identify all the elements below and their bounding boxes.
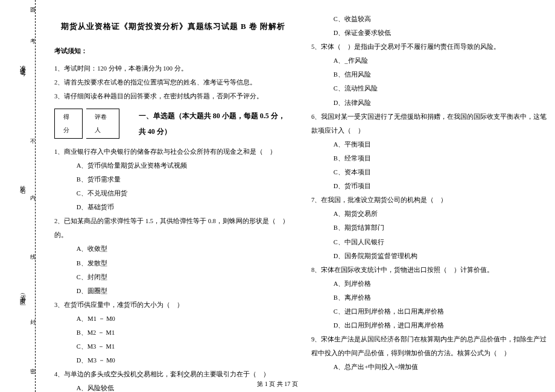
score-label-1: 得分 (54, 109, 83, 139)
seal-1: 不 (30, 138, 36, 145)
exam-no-label: 准考证号 (18, 60, 27, 68)
q6-stem: 6、我国对某一受灾国进行了无偿援助和捐赠，在我国的国际收支平衡表中，这笔款项应计… (311, 110, 549, 138)
q4-stem: 4、与单边的多头或空头投机交易相比，套利交易的主要吸引力在于（ ） (54, 367, 292, 381)
q2-c: C、封闭型 (77, 270, 292, 284)
q5-a: A、_作风险 (334, 54, 549, 68)
q2-stem: 2、已知某商品的需求弹性等于 1.5，其供给弹性等于 0.8，则蛛网的形状是（ … (54, 214, 292, 242)
column-left: 期货从业资格证《期货投资分析》真题练习试题 B 卷 附解析 考试须知： 1、考试… (54, 12, 292, 380)
q1-d: D、基础货币 (77, 200, 292, 214)
q1-c: C、不兑现信用货 (77, 186, 292, 200)
column-right: C、收益较高 D、保证金要求较低 5、宋体（ ）是指由于交易对手不履行履约责任而… (311, 12, 549, 380)
q8-b: B、离岸价格 (334, 291, 549, 305)
q1-a: A、货币供给量期货从业资格考试视频 (77, 159, 292, 172)
q6-d: D、货币项目 (334, 179, 549, 193)
q1-b: B、货币需求量 (77, 172, 292, 186)
q3-d: D、M3 － M0 (77, 353, 292, 367)
q5-d: D、法律风险 (334, 96, 549, 110)
q8-stem: 8、宋体在国际收支统计中，货物进出口按照（ ）计算价值。 (311, 263, 549, 277)
q6-b: B、经常项目 (334, 151, 549, 165)
q7-b: B、期货结算部门 (334, 221, 549, 235)
q4-c: C、收益较高 (334, 12, 549, 26)
q8-a: A、到岸价格 (334, 277, 549, 291)
q3-stem: 3、在货币供应量中，准货币的大小为（ ） (54, 298, 292, 312)
q2-b: B、发散型 (77, 256, 292, 270)
seal-3: 线 (30, 253, 36, 261)
margin-round: 圆 (30, 6, 36, 14)
q3-a: A、M1 － M0 (77, 312, 292, 326)
q8-c: C、进口用到岸价格，出口用离岸价格 (334, 305, 549, 318)
q3-b: B、M2 － M1 (77, 326, 292, 340)
q2-d: D、圆圈型 (77, 284, 292, 298)
notice-2: 2、请首先按要求在试卷的指定位置填写您的姓名、准考证号等信息。 (54, 75, 292, 89)
q1-stem: 1、商业银行存入中央银行的储备存款与社会公众所持有的现金之和是（ ） (54, 145, 292, 159)
notice-3: 3、请仔细阅读各种题目的回答要求，在密封线内答题，否则不予评分。 (54, 89, 292, 103)
q5-stem: 5、宋体（ ）是指由于交易对手不履行履约责任而导致的风险。 (311, 40, 549, 54)
q8-d: D、出口用到岸价格，进口用离岸价格 (334, 318, 549, 332)
seal-0: 考 (30, 37, 36, 45)
name-label: 姓名 (18, 181, 27, 185)
notice-header: 考试须知： (54, 44, 292, 58)
seal-2: 内 (30, 194, 36, 202)
q2-a: A、收敛型 (77, 242, 292, 256)
score-label-2: 评卷人 (86, 109, 119, 139)
seal-5: 密 (30, 368, 36, 376)
q3-c: C、M3 － M1 (77, 340, 292, 353)
notice-1: 1、考试时间：120 分钟，本卷满分为 100 分。 (54, 62, 292, 75)
q7-a: A、期货交易所 (334, 207, 549, 221)
q7-c: C、中国人民银行 (334, 235, 549, 249)
q7-d: D、国务院期货监督管理机构 (334, 249, 549, 263)
province-label: 省（市区） (18, 289, 27, 299)
q7-stem: 7、在我国，批准设立期货公司的机构是（ ） (311, 193, 549, 207)
doc-title: 期货从业资格证《期货投资分析》真题练习试题 B 卷 附解析 (54, 18, 292, 36)
q5-c: C、流动性风险 (334, 81, 549, 95)
page-footer: 第 1 页 共 17 页 (0, 380, 555, 388)
q5-b: B、信用风险 (334, 68, 549, 81)
seal-4: 封 (30, 318, 36, 326)
q9-stem: 9、宋体生产法是从国民经济各部门在核算期内生产的总产品价值中，扣除生产过程中投入… (311, 332, 549, 360)
q9-a: A、总产出+中间投入=增加值 (334, 360, 549, 374)
section-1-header: 一、单选题（本大题共 80 小题，每题 0.5 分，共 40 分） (139, 108, 292, 140)
score-row: 得分评卷人 一、单选题（本大题共 80 小题，每题 0.5 分，共 40 分） (54, 108, 292, 140)
q6-a: A、平衡项目 (334, 138, 549, 151)
q4-d: D、保证金要求较低 (334, 26, 549, 40)
q6-c: C、资本项目 (334, 165, 549, 179)
